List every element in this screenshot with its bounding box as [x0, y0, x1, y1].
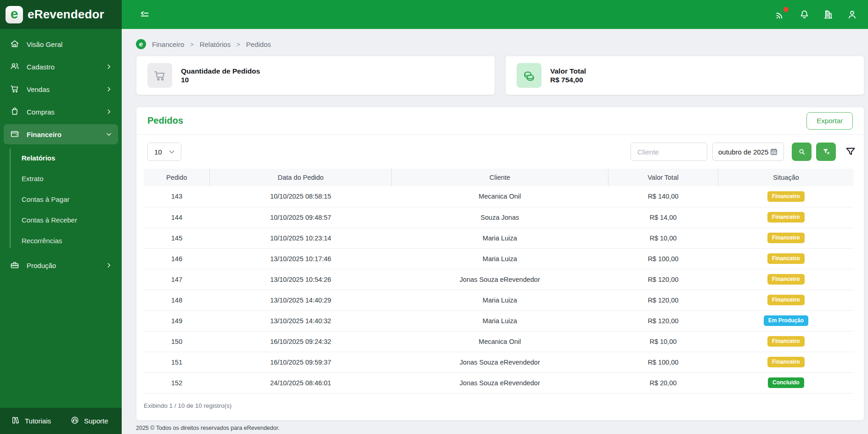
collapse-menu-icon[interactable]	[138, 8, 150, 21]
tutoriais-link[interactable]: Tutoriais	[11, 416, 51, 426]
chevron-right-icon	[106, 63, 112, 70]
cell-data-pedido: 13/10/2025 14:40:29	[210, 290, 392, 310]
table-row[interactable]: 143 10/10/2025 08:58:15 Mecanica Onil R$…	[144, 186, 854, 207]
building-icon[interactable]	[823, 9, 834, 20]
home-icon	[10, 39, 20, 50]
filter-row: 10 outubro de 2025	[136, 135, 864, 169]
orders-table: Pedido Data do Pedido Cliente Valor Tota…	[144, 169, 854, 394]
page-content: e Financeiro > Relatórios > Pedidos Quan…	[122, 29, 868, 434]
support-icon	[70, 416, 79, 426]
wallet-icon	[10, 129, 20, 140]
cell-valor-total: R$ 10,00	[608, 331, 718, 352]
status-badge: Financeiro	[767, 191, 805, 202]
cell-pedido: 149	[144, 310, 210, 331]
sidebar-item-vendas[interactable]: Vendas	[4, 79, 118, 99]
column-header-data[interactable]: Data do Pedido	[210, 169, 392, 186]
period-picker[interactable]: outubro de 2025	[712, 143, 784, 161]
column-header-pedido[interactable]: Pedido	[144, 169, 210, 186]
toolbox-icon	[10, 260, 20, 271]
breadcrumb-item-relatorios[interactable]: Relatórios	[200, 40, 231, 48]
card-value: 10	[181, 76, 260, 84]
panel-header: Pedidos Exportar	[136, 107, 864, 135]
cell-valor-total: R$ 120,00	[608, 269, 718, 290]
status-badge: Financeiro	[767, 336, 805, 347]
suporte-link[interactable]: Suporte	[70, 416, 108, 426]
cell-data-pedido: 16/10/2025 09:24:32	[210, 331, 392, 352]
table-row[interactable]: 149 13/10/2025 14:40:32 Maria Luiza R$ 1…	[144, 310, 854, 331]
cell-cliente: Jonas Souza eRevendedor	[392, 352, 609, 372]
sidebar-item-cadastro[interactable]: Cadastro	[4, 57, 118, 77]
cart-icon	[10, 84, 20, 95]
brand[interactable]: e eRevendedor	[0, 0, 122, 29]
cell-data-pedido: 10/10/2025 08:58:15	[210, 186, 392, 207]
table-row[interactable]: 150 16/10/2025 09:24:32 Mecanica Onil R$…	[144, 331, 854, 352]
clear-filter-button[interactable]	[816, 143, 836, 161]
table-row[interactable]: 147 13/10/2025 10:54:26 Jonas Souza eRev…	[144, 269, 854, 290]
chevron-right-icon	[106, 108, 112, 115]
breadcrumb-separator: >	[190, 41, 194, 48]
suporte-label: Suporte	[84, 417, 108, 425]
cell-data-pedido: 10/10/2025 10:23:14	[210, 228, 392, 248]
chevron-down-icon	[106, 131, 112, 137]
card-quantidade-pedidos: Quantidade de Pedidos 10	[136, 56, 495, 95]
table-row[interactable]: 152 24/10/2025 08:46:01 Jonas Souza eRev…	[144, 372, 854, 393]
signal-icon[interactable]	[774, 9, 786, 21]
cell-valor-total: R$ 120,00	[608, 310, 718, 331]
cell-data-pedido: 16/10/2025 09:59:37	[210, 352, 392, 372]
search-button[interactable]	[792, 143, 812, 161]
sidebar-item-compras[interactable]: Compras	[4, 102, 118, 122]
table-row[interactable]: 144 10/10/2025 09:48:57 Souza Jonas R$ 1…	[144, 207, 854, 228]
client-filter-input[interactable]	[631, 143, 707, 161]
column-header-valor[interactable]: Valor Total	[608, 169, 718, 186]
calendar-icon	[769, 147, 778, 156]
submenu-item-relatorios[interactable]: Relatórios	[0, 148, 122, 168]
submenu-item-extrato[interactable]: Extrato	[0, 168, 122, 189]
submenu-item-contas-a-pagar[interactable]: Contas à Pagar	[0, 189, 122, 210]
cell-pedido: 151	[144, 352, 210, 372]
cell-data-pedido: 24/10/2025 08:46:01	[210, 372, 392, 393]
submenu-item-contas-a-receber[interactable]: Contas à Receber	[0, 210, 122, 230]
status-badge: Financeiro	[767, 274, 805, 285]
card-title: Valor Total	[550, 67, 586, 75]
sidebar-item-producao[interactable]: Produção	[4, 255, 118, 275]
cell-valor-total: R$ 140,00	[608, 186, 718, 207]
cell-valor-total: R$ 20,00	[608, 372, 718, 393]
cell-valor-total: R$ 14,00	[608, 207, 718, 228]
cell-pedido: 152	[144, 372, 210, 393]
cell-situacao: Financeiro	[718, 228, 854, 248]
cell-situacao: Concluído	[718, 372, 854, 393]
cell-cliente: Souza Jonas	[392, 207, 609, 228]
cell-cliente: Jonas Souza eRevendedor	[392, 372, 609, 393]
user-icon[interactable]	[846, 9, 858, 20]
table-row[interactable]: 148 13/10/2025 14:40:29 Maria Luiza R$ 1…	[144, 290, 854, 310]
cell-situacao: Financeiro	[718, 352, 854, 372]
cell-pedido: 150	[144, 331, 210, 352]
copyright: 2025 © Todos os direitos reservados para…	[136, 425, 864, 431]
sidebar-item-financeiro[interactable]: Financeiro	[4, 124, 118, 144]
brand-logo-icon: e	[6, 6, 23, 23]
table-row[interactable]: 146 13/10/2025 10:17:46 Maria Luiza R$ 1…	[144, 248, 854, 269]
sidebar-item-label: Compras	[27, 108, 55, 116]
orders-table-body: 143 10/10/2025 08:58:15 Mecanica Onil R$…	[144, 186, 854, 393]
sidebar-item-visao-geral[interactable]: Visão Geral	[4, 34, 118, 54]
page-size-select[interactable]: 10	[147, 143, 181, 161]
summary-cards: Quantidade de Pedidos 10 Valor Total R$ …	[136, 56, 864, 95]
cell-pedido: 145	[144, 228, 210, 248]
sidebar-footer: Tutoriais Suporte	[0, 408, 122, 434]
column-header-cliente[interactable]: Cliente	[392, 169, 609, 186]
app-root: e eRevendedor Visão Geral Cadastro Venda…	[0, 0, 868, 434]
sidebar-item-label: Financeiro	[27, 131, 62, 138]
tutoriais-label: Tutoriais	[25, 417, 51, 425]
coins-icon	[517, 63, 541, 88]
table-row[interactable]: 145 10/10/2025 10:23:14 Maria Luiza R$ 1…	[144, 228, 854, 248]
period-value: outubro de 2025	[718, 148, 768, 156]
export-button[interactable]: Exportar	[806, 112, 853, 130]
column-header-situacao[interactable]: Situação	[718, 169, 854, 186]
table-row[interactable]: 151 16/10/2025 09:59:37 Jonas Souza eRev…	[144, 352, 854, 372]
breadcrumb-item-financeiro[interactable]: Financeiro	[152, 40, 184, 48]
breadcrumb-item-pedidos[interactable]: Pedidos	[246, 40, 271, 48]
filter-funnel-icon[interactable]	[845, 146, 857, 158]
submenu-item-recorrencias[interactable]: Recorrências	[0, 230, 122, 251]
cell-situacao: Financeiro	[718, 207, 854, 228]
bell-icon[interactable]	[799, 9, 810, 20]
